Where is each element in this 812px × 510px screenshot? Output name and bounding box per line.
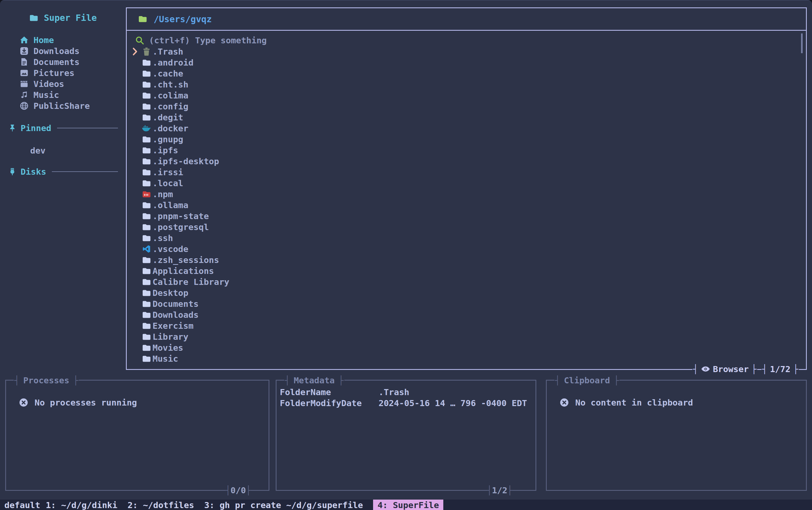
file-name: .irssi [152, 167, 183, 177]
metadata-row: FolderModifyDate2024-05-16 14 … 796 -040… [277, 397, 535, 409]
pinned-list: dev [30, 145, 46, 156]
file-name: .colima [152, 90, 188, 100]
globe-icon [19, 102, 29, 110]
file-row[interactable]: Documents [127, 298, 806, 309]
metadata-title-label: Metadata [294, 376, 335, 385]
sidebar-item-videos[interactable]: Videos [19, 79, 90, 89]
sidebar-item-label: PublicShare [33, 101, 90, 111]
file-row[interactable]: .ollama [127, 200, 806, 211]
clipboard-panel: Clipboard No content in clipboard [546, 380, 807, 491]
file-row[interactable]: .vscode [127, 243, 806, 254]
file-name: Calibre Library [152, 277, 229, 287]
path-bar[interactable]: /Users/gvqz [127, 8, 806, 31]
scrollbar-thumb[interactable] [801, 33, 803, 53]
file-row[interactable]: .config [127, 101, 806, 112]
sidebar: Super File HomeDownloadsDocumentsPicture… [0, 1, 126, 371]
folder-icon [141, 59, 152, 66]
folder-icon [141, 355, 152, 362]
usb-icon [8, 168, 17, 176]
file-row[interactable]: .pnpm-state [127, 211, 806, 221]
file-name: .ssh [152, 233, 173, 243]
file-row[interactable]: .ssh [127, 233, 806, 243]
file-name: Desktop [152, 288, 188, 298]
sidebar-item-documents[interactable]: Documents [19, 57, 90, 67]
sidebar-item-downloads[interactable]: Downloads [19, 46, 90, 57]
panel-footer: Browser 1/72 [692, 363, 799, 375]
sidebar-item-music[interactable]: Music [19, 89, 90, 100]
sidebar-item-label: Pictures [33, 68, 74, 78]
file-row[interactable]: .zsh_sessions [127, 254, 806, 265]
file-row[interactable]: .cache [127, 68, 806, 79]
metadata-value: .Trash [379, 387, 409, 397]
tmux-window-1[interactable]: 1: ~/d/g/dinki [46, 500, 117, 510]
file-name: .degit [152, 113, 183, 122]
tmux-status-bar: default 1: ~/d/g/dinki2: ~/dotfiles3: gh… [0, 500, 812, 510]
sidebar-item-pictures[interactable]: Pictures [19, 67, 90, 79]
sidebar-item-label: Home [33, 35, 54, 45]
folder-icon [141, 257, 152, 264]
file-row[interactable]: Applications [127, 265, 806, 276]
file-name: .cht.sh [152, 80, 188, 89]
file-name: .local [152, 178, 183, 188]
file-row[interactable]: .colima [127, 90, 806, 101]
file-row[interactable]: .irssi [127, 167, 806, 178]
file-row[interactable]: .postgresql [127, 221, 806, 233]
file-row[interactable]: .ipfs [127, 145, 806, 156]
file-row[interactable]: Downloads [127, 309, 806, 320]
file-row[interactable]: .docker [127, 123, 806, 134]
pinned-divider [57, 128, 118, 128]
panel-mode-label: Browser [713, 364, 749, 374]
sidebar-item-home[interactable]: Home [19, 34, 90, 46]
file-name: Downloads [152, 310, 199, 320]
file-row[interactable]: Music [127, 353, 806, 364]
search-input[interactable]: (ctrl+f) Type something [127, 34, 806, 46]
folder-icon [141, 202, 152, 209]
tmux-window-4[interactable]: 4: SuperFile [373, 500, 443, 510]
file-name: .ipfs [152, 145, 178, 155]
terminal-screen: Super File HomeDownloadsDocumentsPicture… [0, 0, 812, 510]
file-row[interactable]: .ipfs-desktop [127, 156, 806, 167]
folder-icon [141, 300, 152, 308]
tmux-window-list: 1: ~/d/g/dinki2: ~/dotfiles3: gh pr crea… [46, 500, 443, 510]
clipboard-panel-title: Clipboard [554, 374, 619, 386]
folder-icon [141, 322, 152, 330]
folder-icon [141, 311, 152, 319]
docker-icon [141, 125, 152, 131]
documents-icon [19, 58, 29, 66]
file-row[interactable]: Calibre Library [127, 276, 806, 287]
file-row[interactable]: .cht.sh [127, 79, 806, 90]
sidebar-item-label: Downloads [33, 46, 80, 56]
tmux-window-2[interactable]: 2: ~/dotfiles [127, 500, 194, 510]
file-name: .zsh_sessions [152, 255, 219, 265]
file-row[interactable]: .Trash [127, 46, 806, 57]
folder-icon [141, 333, 152, 340]
disks-section-header: Disks [8, 167, 118, 177]
folder-icon [141, 267, 152, 275]
pinned-item-dev[interactable]: dev [30, 145, 46, 156]
file-row[interactable]: .degit [127, 112, 806, 123]
pin-icon [8, 124, 17, 132]
processes-panel-title: Processes [14, 374, 79, 386]
metadata-key: FolderModifyDate [280, 398, 379, 408]
file-row[interactable]: Library [127, 331, 806, 342]
circle-x-icon [19, 398, 29, 407]
file-panel-body: (ctrl+f) Type something .Trash.android.c… [127, 31, 806, 364]
file-list: .Trash.android.cache.cht.sh.colima.confi… [127, 46, 806, 364]
videos-icon [19, 81, 29, 87]
tmux-session-name[interactable]: default [0, 500, 46, 510]
processes-counter: 0/0 [226, 484, 251, 496]
folder-icon [141, 180, 152, 187]
file-row[interactable]: Movies [127, 342, 806, 353]
file-row[interactable]: Desktop [127, 287, 806, 298]
sidebar-item-label: Music [33, 90, 59, 100]
tmux-window-3[interactable]: 3: gh pr create ~/d/g/superfile [204, 500, 363, 510]
selection-cursor-icon [129, 48, 141, 56]
file-row[interactable]: .gnupg [127, 134, 806, 145]
sidebar-item-publicshare[interactable]: PublicShare [19, 100, 90, 111]
file-row[interactable]: .android [127, 57, 806, 68]
file-row[interactable]: Exercism [127, 320, 806, 331]
pinned-section-label: Pinned [21, 123, 51, 133]
app-folder-icon [29, 14, 39, 22]
file-row[interactable]: .local [127, 178, 806, 189]
file-row[interactable]: .npm [127, 189, 806, 200]
